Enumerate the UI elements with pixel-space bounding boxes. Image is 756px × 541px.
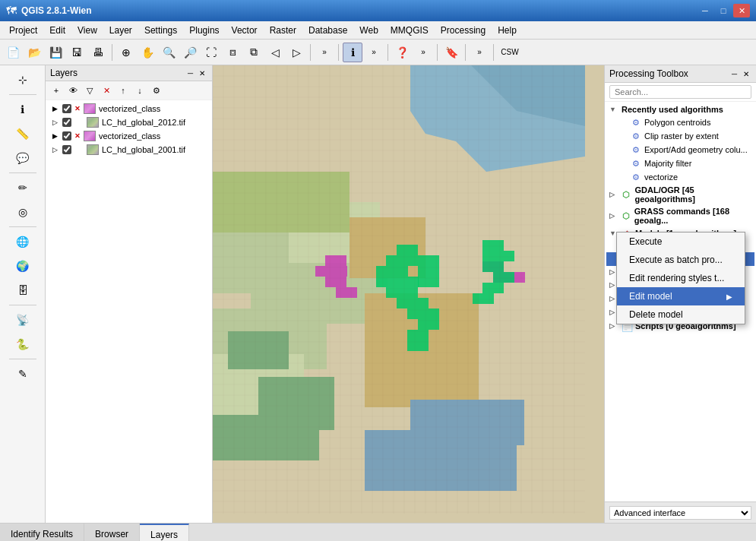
layers-toolbar: + 👁 ▽ ✕ ↑ ↓ ⚙	[46, 81, 212, 100]
menu-edit[interactable]: Edit	[43, 24, 71, 37]
map-canvas[interactable]	[213, 65, 604, 523]
tb-zoom-select[interactable]: ⧉	[244, 43, 264, 62]
tree-grass[interactable]: ▷ ⬡ GRASS commands [168 geoalg...	[606, 205, 754, 226]
layer-expand-3[interactable]: ▶	[50, 131, 59, 141]
tool-node[interactable]: ◎	[11, 201, 35, 223]
tb-zoom-out[interactable]: 🔎	[180, 43, 200, 62]
layer-expand-2[interactable]: ▷	[50, 118, 59, 127]
menu-view[interactable]: View	[71, 24, 103, 37]
layer-error-3: ✕	[74, 132, 81, 140]
layer-visible-4[interactable]	[62, 145, 71, 154]
layer-move-up[interactable]: ↑	[115, 83, 131, 98]
tb-identify[interactable]: ℹ	[343, 43, 362, 62]
tb-csw[interactable]: CSW	[498, 43, 522, 62]
tool-identify[interactable]: ℹ	[11, 98, 35, 121]
layer-add[interactable]: +	[49, 83, 64, 98]
menu-plugins[interactable]: Plugins	[183, 24, 225, 37]
tb-print[interactable]: 🖶	[88, 43, 108, 62]
tool-wms[interactable]: 🌐	[11, 230, 35, 253]
layer-filter[interactable]: ▽	[82, 83, 97, 98]
toolbox-minimize[interactable]: ─	[729, 69, 739, 79]
layer-error-1: ✕	[74, 105, 81, 112]
tb-more2[interactable]: »	[364, 43, 384, 62]
layer-item-3[interactable]: ▶ ✕ vectorized_class	[47, 129, 210, 143]
menu-database[interactable]: Database	[302, 24, 353, 37]
menu-layer[interactable]: Layer	[103, 24, 138, 37]
side-sep5	[9, 359, 36, 359]
toolbox-close[interactable]: ✕	[741, 69, 751, 79]
layer-item-4[interactable]: ▷ LC_hd_global_2001.tif	[47, 143, 210, 157]
menu-help[interactable]: Help	[492, 24, 523, 37]
tb-new[interactable]: 📄	[3, 43, 23, 62]
section-label-grass: GRASS commands [168 geoalg...	[634, 207, 751, 225]
tb-sep7	[493, 44, 494, 61]
ctx-delete-model[interactable]: Delete model	[617, 305, 745, 324]
menu-web[interactable]: Web	[353, 24, 384, 37]
layer-item-1[interactable]: ▶ ✕ vectorized_class	[47, 102, 210, 115]
tool-gps[interactable]: 📡	[11, 308, 35, 331]
tb-save[interactable]: 💾	[46, 43, 65, 62]
tree-export-geometry[interactable]: ⚙ Export/Add geometry colu...	[606, 143, 754, 157]
ctx-edit-model[interactable]: Edit model ▶	[617, 287, 745, 305]
tree-gdal[interactable]: ▷ ⬡ GDAL/OGR [45 geoalgorithms]	[606, 184, 754, 205]
menu-mmqgis[interactable]: MMQGIS	[384, 24, 435, 37]
tb-zoom-next[interactable]: ▷	[286, 43, 306, 62]
tool-digitize[interactable]: ✏	[11, 176, 35, 199]
tab-browser[interactable]: Browser	[84, 524, 140, 541]
tool-edit-pencil[interactable]: ✎	[11, 362, 35, 385]
tb-zoom-full[interactable]: ⛶	[201, 43, 221, 62]
tb-save-as[interactable]: 🖫	[67, 43, 87, 62]
menu-processing[interactable]: Processing	[435, 24, 492, 37]
ctx-execute-batch[interactable]: Execute as batch pro...	[617, 251, 745, 269]
ctx-execute[interactable]: Execute	[617, 233, 745, 251]
tb-zoom-prev[interactable]: ◁	[265, 43, 285, 62]
menu-raster[interactable]: Raster	[264, 24, 302, 37]
tree-recently-used[interactable]: ▼ Recently used algorithms	[606, 103, 754, 115]
tool-measure[interactable]: 📏	[11, 122, 35, 145]
tb-zoom-in[interactable]: 🔍	[159, 43, 179, 62]
layer-move-down[interactable]: ↓	[132, 83, 147, 98]
tool-python[interactable]: 🐍	[11, 333, 35, 356]
tree-vectorize-recent[interactable]: ⚙ vectorize	[606, 170, 754, 184]
tb-pan[interactable]: ✋	[138, 43, 157, 62]
tb-select[interactable]: ⊕	[116, 43, 136, 62]
layer-visible-3[interactable]	[62, 131, 71, 141]
tool-wfs[interactable]: 🌍	[11, 255, 35, 277]
tool-annotation[interactable]: 💬	[11, 147, 35, 169]
tool-select-features[interactable]: ⊹	[11, 68, 35, 91]
layer-expand-4[interactable]: ▷	[50, 145, 59, 154]
tab-identify-results[interactable]: Identify Results	[0, 524, 84, 541]
layer-item-2[interactable]: ▷ LC_hd_global_2012.tif	[47, 115, 210, 129]
layer-visible-2[interactable]	[62, 118, 71, 127]
tree-majority-filter[interactable]: ⚙ Majority filter	[606, 157, 754, 170]
layers-close[interactable]: ✕	[197, 68, 207, 78]
layers-minimize[interactable]: ─	[185, 68, 195, 78]
close-button[interactable]: ✕	[733, 4, 750, 17]
layer-expand-1[interactable]: ▶	[50, 104, 59, 113]
tb-more3[interactable]: »	[413, 43, 433, 62]
context-menu: Execute Execute as batch pro... Edit ren…	[616, 232, 745, 324]
tb-more4[interactable]: »	[470, 43, 489, 62]
toolbox-search-input[interactable]	[609, 85, 751, 99]
layer-settings[interactable]: ⚙	[149, 83, 164, 98]
layer-remove[interactable]: ✕	[99, 83, 114, 98]
menu-project[interactable]: Project	[3, 24, 43, 37]
menu-settings[interactable]: Settings	[138, 24, 183, 37]
tree-clip-raster[interactable]: ⚙ Clip raster by extent	[606, 129, 754, 143]
advanced-interface-select[interactable]: Advanced interface	[609, 506, 751, 520]
tb-more1[interactable]: »	[315, 43, 334, 62]
menu-vector[interactable]: Vector	[226, 24, 264, 37]
layer-visibility[interactable]: 👁	[65, 83, 81, 98]
tb-open[interactable]: 📂	[24, 43, 44, 62]
tb-zoom-layer[interactable]: ⧈	[223, 43, 242, 62]
item-label-majority-filter: Majority filter	[644, 159, 691, 168]
maximize-button[interactable]: □	[715, 4, 732, 17]
tab-layers[interactable]: Layers	[140, 524, 189, 541]
tool-database[interactable]: 🗄	[11, 279, 35, 302]
minimize-button[interactable]: ─	[697, 4, 713, 17]
tb-bookmark[interactable]: 🔖	[441, 43, 461, 62]
tree-polygon-centroids[interactable]: ⚙ Polygon centroids	[606, 115, 754, 129]
ctx-edit-rendering[interactable]: Edit rendering styles t...	[617, 269, 745, 287]
layer-visible-1[interactable]	[62, 104, 71, 113]
tb-help[interactable]: ❓	[392, 43, 412, 62]
